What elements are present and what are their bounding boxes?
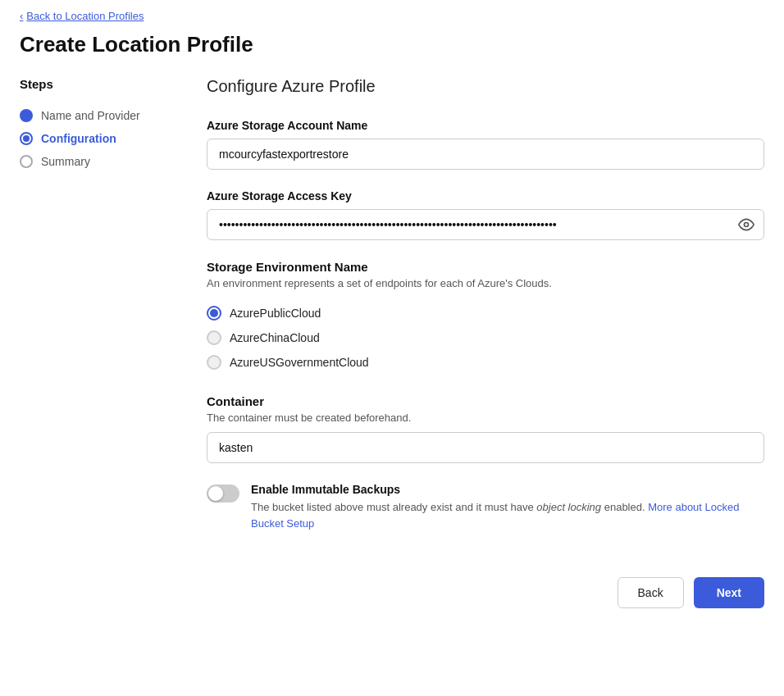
- immutable-toggle-wrapper[interactable]: [207, 484, 239, 531]
- back-to-profiles-link[interactable]: ‹ Back to Location Profiles: [0, 0, 784, 29]
- page-title: Create Location Profile: [0, 29, 784, 77]
- radio-label-azure-china: AzureChinaCloud: [230, 331, 320, 344]
- footer-buttons: Back Next: [207, 557, 764, 628]
- steps-sidebar: Steps Name and Provider Configuration Su…: [20, 77, 167, 628]
- immutable-desc-italic: object locking: [536, 501, 601, 513]
- container-section: Container The container must be created …: [207, 394, 764, 463]
- storage-account-input[interactable]: [207, 139, 764, 170]
- sidebar-item-configuration[interactable]: Configuration: [20, 127, 167, 150]
- immutable-section: Enable Immutable Backups The bucket list…: [207, 483, 764, 531]
- svg-point-0: [745, 223, 749, 227]
- immutable-desc: The bucket listed above must already exi…: [251, 499, 764, 531]
- access-key-label: Azure Storage Access Key: [207, 189, 764, 202]
- immutable-title: Enable Immutable Backups: [251, 483, 764, 496]
- step-dot-1: [20, 109, 33, 122]
- main-content: Configure Azure Profile Azure Storage Ac…: [207, 77, 764, 628]
- storage-account-label: Azure Storage Account Name: [207, 119, 764, 132]
- step-label-2: Configuration: [41, 132, 116, 145]
- next-button[interactable]: Next: [694, 577, 764, 608]
- radio-azure-us-gov[interactable]: AzureUSGovernmentCloud: [207, 350, 764, 375]
- step-label-1: Name and Provider: [41, 109, 140, 122]
- container-label: Container: [207, 394, 764, 408]
- back-link-label: Back to Location Profiles: [26, 10, 144, 22]
- access-key-field: Azure Storage Access Key: [207, 189, 764, 240]
- access-key-input[interactable]: [207, 209, 764, 240]
- section-title: Configure Azure Profile: [207, 77, 764, 96]
- radio-dot-azure-china: [207, 330, 221, 345]
- step-dot-3: [20, 155, 33, 168]
- radio-dot-azure-us-gov: [207, 355, 221, 370]
- immutable-desc-text1: The bucket listed above must already exi…: [251, 501, 536, 513]
- step-label-3: Summary: [41, 155, 90, 168]
- storage-account-field: Azure Storage Account Name: [207, 119, 764, 170]
- sidebar-item-name-provider[interactable]: Name and Provider: [20, 104, 167, 127]
- radio-azure-china[interactable]: AzureChinaCloud: [207, 325, 764, 350]
- back-chevron-icon: ‹: [20, 10, 23, 22]
- env-section: Storage Environment Name An environment …: [207, 260, 764, 375]
- immutable-text-block: Enable Immutable Backups The bucket list…: [251, 483, 764, 531]
- container-desc: The container must be created beforehand…: [207, 412, 764, 424]
- radio-azure-public[interactable]: AzurePublicCloud: [207, 301, 764, 325]
- env-section-title: Storage Environment Name: [207, 260, 764, 274]
- container-input[interactable]: [207, 432, 764, 463]
- immutable-desc-text2: enabled.: [601, 501, 648, 513]
- step-dot-2: [20, 132, 33, 145]
- access-key-wrapper: [207, 209, 764, 240]
- radio-dot-azure-public: [207, 306, 221, 321]
- radio-label-azure-public: AzurePublicCloud: [230, 307, 321, 320]
- radio-label-azure-us-gov: AzureUSGovernmentCloud: [230, 356, 369, 369]
- steps-title: Steps: [20, 77, 167, 91]
- toggle-knob: [208, 486, 223, 501]
- immutable-toggle[interactable]: [207, 484, 239, 503]
- back-button[interactable]: Back: [618, 577, 684, 608]
- toggle-password-icon[interactable]: [738, 216, 754, 233]
- env-section-desc: An environment represents a set of endpo…: [207, 277, 764, 289]
- sidebar-item-summary[interactable]: Summary: [20, 150, 167, 173]
